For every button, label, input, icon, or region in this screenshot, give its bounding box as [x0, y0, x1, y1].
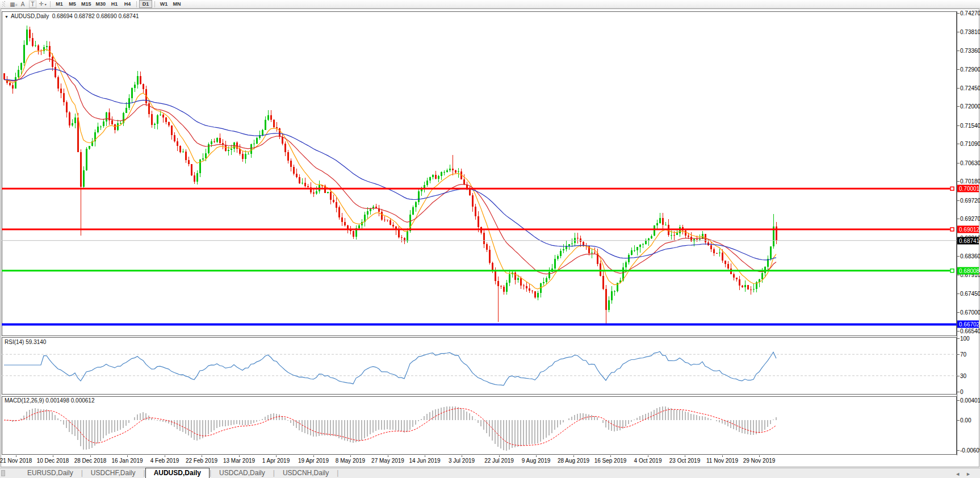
macd-indicator-values: 0.001498 0.000612	[45, 397, 94, 404]
tab-audusd[interactable]: AUDUSD,Daily	[145, 468, 210, 478]
timeframe-button-m1[interactable]: M1	[53, 0, 66, 8]
timeframe-button-w1[interactable]: W1	[157, 0, 170, 8]
rsi-pane-border	[2, 338, 957, 395]
font-a-icon[interactable]: A	[19, 1, 27, 8]
tab-eurusd[interactable]: EURUSD,Daily	[19, 468, 81, 478]
symbol-dropdown-icon[interactable]: ▼	[5, 15, 9, 19]
price-axis-line	[957, 11, 957, 455]
toolbar-separator	[50, 1, 51, 7]
chart-symbol-label: AUDUSD,Daily	[11, 13, 49, 19]
rsi-indicator-value: 59.3140	[26, 339, 46, 345]
rsi-label-line: RSI(14) 59.3140	[5, 339, 46, 345]
main-toolbar: ▦FAT✛▾ M1M5M15M30H1H4D1W1MN	[0, 0, 980, 9]
symbol-tabs: EURUSD,Daily|USDCHF,Daily|AUDUSD,Daily|U…	[19, 468, 338, 478]
symbol-tab-bar: EURUSD,Daily|USDCHF,Daily|AUDUSD,Daily|U…	[0, 468, 980, 478]
macd-histogram	[6, 406, 777, 451]
timeframe-button-h4[interactable]: H4	[121, 0, 134, 8]
tab-usdcnh[interactable]: USDCNH,Daily	[275, 468, 337, 478]
macd-pane-border	[2, 397, 957, 455]
rsi-pane[interactable]	[2, 337, 957, 395]
chart-ohlc-values: 0.68694 0.68782 0.68690 0.68741	[52, 13, 139, 19]
price-pane-border	[2, 12, 957, 336]
toolbar-icons: ▦FAT✛▾	[7, 0, 48, 9]
tab-scroll-left-arrow[interactable]: ◄	[955, 471, 966, 477]
timeframe-button-h1[interactable]: H1	[108, 0, 121, 8]
ma-mid-line	[4, 59, 776, 274]
price-chart-pane[interactable]	[2, 11, 957, 336]
rsi-line	[4, 351, 776, 385]
ma-slow-line	[4, 69, 776, 260]
timeframe-button-mn[interactable]: MN	[170, 0, 183, 8]
chart-info-line: ▼AUDUSD,Daily 0.68694 0.68782 0.68690 0.…	[5, 13, 139, 19]
toolbar-drag-handle[interactable]	[2, 1, 5, 7]
support-line-0.68008-handle[interactable]	[950, 269, 954, 272]
tab-scroll-right-arrow[interactable]: ►	[966, 471, 977, 477]
toolbar-separator	[154, 1, 155, 7]
tab-usdcad[interactable]: USDCAD,Daily	[211, 468, 273, 478]
toolbar-separator	[136, 1, 137, 7]
tab-scroll-arrows: ◄►	[955, 471, 977, 477]
timeframe-button-m5[interactable]: M5	[66, 0, 79, 8]
timeframe-button-m30[interactable]: M30	[94, 0, 108, 8]
tab-separator: |	[337, 468, 338, 478]
timeframe-buttons: M1M5M15M30H1H4D1W1MN	[53, 0, 183, 8]
macd-indicator-label: MACD(12,26,9)	[5, 397, 44, 404]
timeframe-button-m15[interactable]: M15	[79, 0, 94, 8]
timeframe-button-d1[interactable]: D1	[139, 0, 152, 8]
rsi-indicator-label: RSI(14)	[5, 339, 24, 345]
macd-label-line: MACD(12,26,9) 0.001498 0.000612	[5, 397, 94, 404]
tab-usdchf[interactable]: USDCHF,Daily	[83, 468, 144, 478]
resistance-line-0.69012-handle[interactable]	[950, 228, 954, 231]
candles	[3, 26, 777, 324]
macd-pane[interactable]	[2, 396, 957, 455]
ma-fast-line	[4, 49, 776, 289]
crosshair-tool-icon[interactable]: ✛▾	[39, 0, 47, 9]
resistance-line-0.70001-handle[interactable]	[950, 187, 954, 190]
trading-platform: ▦FAT✛▾ M1M5M15M30H1H4D1W1MN 0.742700.738…	[0, 0, 980, 478]
grid-f-icon[interactable]: ▦F	[9, 1, 16, 8]
text-t-icon[interactable]: T	[29, 1, 36, 8]
tabbar-grip[interactable]	[1, 470, 5, 476]
